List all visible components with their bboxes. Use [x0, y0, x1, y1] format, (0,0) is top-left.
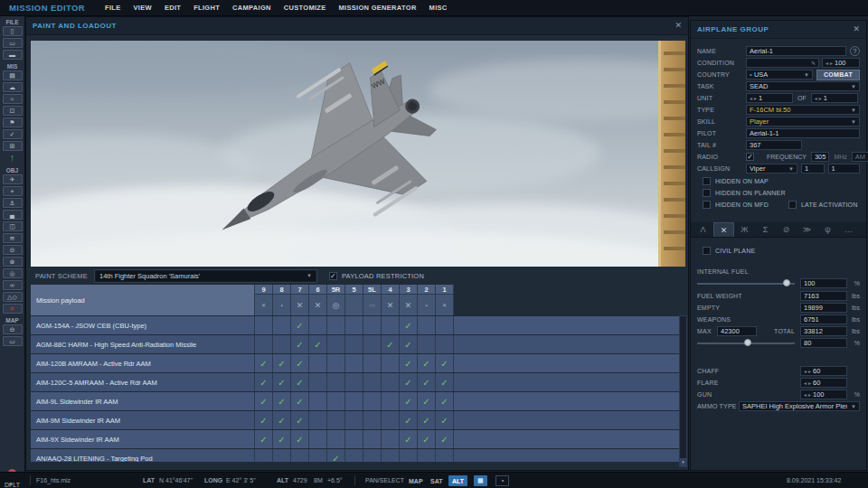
- distance-tool-icon[interactable]: ⊖: [3, 324, 23, 334]
- rings-icon[interactable]: ∞: [3, 280, 23, 290]
- total-fuel-field[interactable]: 80: [800, 338, 847, 348]
- static-object-icon[interactable]: ◫: [3, 221, 23, 231]
- civil-plane-toggle[interactable]: CIVIL PLANE: [703, 245, 860, 256]
- payload-row[interactable]: AIM-9M Sidewinder IR AAM✓✓✓✓✓✓: [31, 411, 685, 429]
- wind-icon[interactable]: ≈: [3, 94, 23, 104]
- menu-file[interactable]: FILE: [105, 4, 120, 12]
- late-activation-checkbox[interactable]: [788, 201, 797, 209]
- ammo-type-select[interactable]: SAPHEI High Explosive Armor Piercing PC …: [739, 401, 860, 411]
- tab-loadout[interactable]: ✕: [713, 222, 734, 237]
- gun-stepper[interactable]: ◂▸ 100: [800, 389, 847, 399]
- template-icon[interactable]: ◎: [3, 268, 23, 278]
- decrement-icon[interactable]: ◂: [815, 95, 817, 101]
- increment-icon[interactable]: ▸: [808, 368, 811, 374]
- goals-icon[interactable]: ✓: [3, 129, 23, 139]
- payload-row[interactable]: AN/AAQ-28 LITENING - Targeting Pod✓: [31, 449, 685, 462]
- payload-restriction-checkbox[interactable]: ✓: [329, 272, 337, 280]
- increment-icon[interactable]: ▸: [830, 60, 833, 66]
- alt-view-button[interactable]: ALT: [448, 475, 467, 486]
- table-scrollbar[interactable]: ▾: [679, 315, 687, 467]
- menu-mission-generator[interactable]: MISSION GENERATOR: [339, 4, 417, 12]
- paint-scheme-select[interactable]: 14th Fighter Squadron 'Samurais' ▼: [95, 270, 316, 282]
- tab-route[interactable]: Λ: [693, 222, 713, 237]
- flags-icon[interactable]: ⚑: [3, 117, 23, 127]
- close-icon[interactable]: ✕: [853, 25, 860, 33]
- airplane-icon[interactable]: ✈: [3, 174, 23, 184]
- scroll-down-icon[interactable]: ▾: [680, 458, 686, 466]
- ground-vehicle-icon[interactable]: ▄: [3, 210, 23, 220]
- decrement-icon[interactable]: ◂: [750, 95, 752, 101]
- total-fuel-slider[interactable]: [697, 338, 795, 348]
- weather-icon[interactable]: ☁: [3, 82, 23, 92]
- briefing-icon[interactable]: ▤: [3, 70, 23, 80]
- hidden-on-planner-checkbox[interactable]: [703, 189, 711, 197]
- type-select[interactable]: F-16CM bl.50 ▼: [746, 105, 860, 115]
- grid-toggle-icon[interactable]: ◔: [495, 475, 509, 486]
- hidden-on-map-toggle[interactable]: HIDDEN ON MAP: [703, 175, 860, 186]
- infantry-group-icon[interactable]: ≋: [3, 233, 23, 243]
- unit-stepper[interactable]: ◂▸ 1: [746, 93, 793, 103]
- payload-row[interactable]: AGM-154A - JSOW CEB (CBU-type)✓✓: [31, 316, 685, 334]
- unit-of-stepper[interactable]: ◂▸ 1: [811, 93, 858, 103]
- callsign-number1-field[interactable]: 1: [801, 164, 825, 174]
- payload-restriction-toggle[interactable]: ✓ PAYLOAD RESTRICTION: [329, 272, 424, 280]
- frequency-field[interactable]: 305: [811, 152, 830, 162]
- helicopter-icon[interactable]: ⌖: [3, 186, 23, 196]
- new-mission-icon[interactable]: ▯: [3, 26, 23, 36]
- tab-triggered-actions[interactable]: Σ: [755, 222, 776, 237]
- skill-select[interactable]: Player ▼: [746, 117, 860, 127]
- shapes-icon[interactable]: △◇: [3, 292, 23, 302]
- condition-stepper[interactable]: ◂▸ 100: [822, 58, 860, 68]
- hidden-on-map-checkbox[interactable]: [703, 177, 711, 185]
- decrement-icon[interactable]: ◂: [804, 380, 807, 386]
- save-mission-icon[interactable]: ▬: [3, 50, 23, 60]
- callsign-select[interactable]: Viper ▼: [746, 164, 797, 174]
- tab-radio-settings[interactable]: ψ: [817, 222, 838, 237]
- task-select[interactable]: SEAD ▼: [746, 81, 860, 91]
- condition-field[interactable]: ✎: [746, 58, 819, 68]
- internal-fuel-field[interactable]: 100: [800, 278, 847, 288]
- combat-button[interactable]: COMBAT: [816, 70, 860, 80]
- open-mission-icon[interactable]: ▭: [3, 38, 23, 48]
- close-icon[interactable]: ✕: [675, 22, 682, 30]
- callsign-number2-field[interactable]: 1: [828, 164, 860, 174]
- civil-plane-checkbox[interactable]: [703, 247, 711, 255]
- ruler-tool-icon[interactable]: ▭: [3, 336, 23, 346]
- hidden-on-mfd-toggle[interactable]: HIDDEN ON MFD LATE ACTIVATION: [703, 199, 860, 210]
- hidden-on-mfd-checkbox[interactable]: [703, 201, 711, 209]
- menu-view[interactable]: VIEW: [134, 4, 152, 12]
- modulation-select[interactable]: AM ▼: [852, 152, 868, 162]
- tab-failures[interactable]: ⊘: [776, 222, 797, 237]
- payload-row[interactable]: AIM-9X Sidewinder IR AAM✓✓✓✓✓✓: [31, 430, 685, 448]
- hidden-on-planner-toggle[interactable]: HIDDEN ON PLANNER: [703, 187, 860, 198]
- tab-datalink[interactable]: ≫: [797, 222, 817, 237]
- labels-toggle-icon[interactable]: ▦: [474, 475, 487, 486]
- pilot-field[interactable]: Aerial-1-1: [746, 128, 860, 138]
- trigger-zone-icon[interactable]: ⊗: [3, 257, 23, 267]
- payload-row[interactable]: AIM-120B AMRAAM - Active Rdr AAM✓✓✓✓✓✓: [31, 354, 685, 372]
- decrement-icon[interactable]: ◂: [804, 368, 807, 374]
- increment-icon[interactable]: ▸: [808, 391, 811, 398]
- help-icon[interactable]: ?: [850, 46, 860, 56]
- menu-customize[interactable]: CUSTOMIZE: [284, 4, 326, 12]
- internal-fuel-slider[interactable]: [697, 278, 795, 288]
- payload-row[interactable]: AGM-88C HARM - High Speed Anti-Radiation…: [31, 335, 685, 353]
- ship-icon[interactable]: ⚓: [3, 198, 23, 208]
- radio-checkbox[interactable]: ✓: [746, 153, 754, 161]
- increment-icon[interactable]: ▸: [819, 95, 822, 101]
- menu-misc[interactable]: MISC: [429, 4, 448, 12]
- menu-campaign[interactable]: CAMPAIGN: [232, 4, 271, 12]
- payload-row[interactable]: AIM-120C-5 AMRAAM - Active Rdr AAM✓✓✓✓✓✓: [31, 373, 685, 391]
- menu-flight[interactable]: FLIGHT: [193, 4, 220, 12]
- map-view-button[interactable]: MAP: [405, 475, 427, 486]
- decrement-icon[interactable]: ◂: [826, 60, 828, 66]
- menu-edit[interactable]: EDIT: [165, 4, 181, 12]
- tab-systems[interactable]: Ж: [734, 222, 755, 237]
- chaff-stepper[interactable]: ◂▸ 60: [800, 366, 847, 376]
- increment-icon[interactable]: ▸: [808, 380, 811, 386]
- name-field[interactable]: Aerial-1: [746, 46, 846, 56]
- road-icon[interactable]: ⊝: [3, 245, 23, 255]
- sat-view-button[interactable]: SAT: [427, 475, 446, 486]
- tail-number-field[interactable]: 367: [746, 140, 802, 150]
- delete-object-icon[interactable]: ✕: [3, 304, 23, 314]
